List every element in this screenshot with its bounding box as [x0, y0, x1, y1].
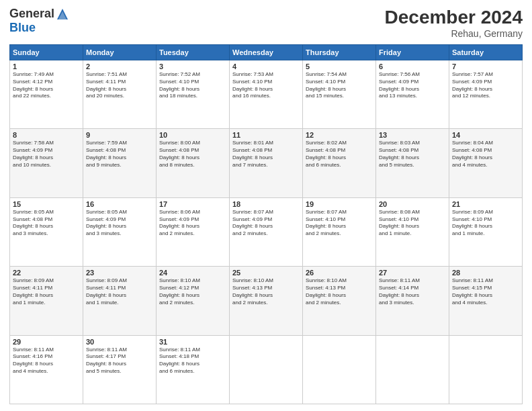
- day-info: Sunrise: 8:07 AM Sunset: 4:09 PM Dayligh…: [232, 209, 300, 238]
- day-info: Sunrise: 7:51 AM Sunset: 4:11 PM Dayligh…: [86, 71, 153, 100]
- calendar-cell: 3Sunrise: 7:52 AM Sunset: 4:10 PM Daylig…: [157, 60, 230, 129]
- day-number: 6: [379, 62, 446, 71]
- day-info: Sunrise: 8:09 AM Sunset: 4:11 PM Dayligh…: [13, 277, 80, 306]
- day-number: 14: [452, 131, 519, 139]
- day-info: Sunrise: 7:53 AM Sunset: 4:10 PM Dayligh…: [232, 71, 300, 100]
- day-number: 4: [232, 62, 300, 71]
- col-thursday: Thursday: [303, 45, 376, 60]
- day-info: Sunrise: 8:01 AM Sunset: 4:08 PM Dayligh…: [232, 140, 300, 169]
- calendar-week-row: 29Sunrise: 8:11 AM Sunset: 4:16 PM Dayli…: [10, 335, 523, 404]
- day-number: 20: [379, 200, 446, 208]
- day-number: 28: [452, 269, 519, 277]
- calendar-cell: 4Sunrise: 7:53 AM Sunset: 4:10 PM Daylig…: [230, 60, 303, 129]
- col-wednesday: Wednesday: [230, 45, 303, 60]
- calendar-cell: 22Sunrise: 8:09 AM Sunset: 4:11 PM Dayli…: [10, 267, 83, 335]
- col-saturday: Saturday: [449, 45, 523, 60]
- day-number: 30: [86, 338, 153, 346]
- day-info: Sunrise: 7:49 AM Sunset: 4:12 PM Dayligh…: [13, 71, 80, 100]
- day-info: Sunrise: 8:05 AM Sunset: 4:08 PM Dayligh…: [13, 209, 80, 238]
- day-info: Sunrise: 8:11 AM Sunset: 4:16 PM Dayligh…: [13, 347, 80, 375]
- calendar-cell: [230, 335, 303, 404]
- col-monday: Monday: [83, 45, 157, 60]
- day-info: Sunrise: 8:10 AM Sunset: 4:12 PM Dayligh…: [159, 277, 226, 306]
- day-number: 18: [232, 200, 300, 208]
- calendar-header-row: Sunday Monday Tuesday Wednesday Thursday…: [10, 45, 523, 60]
- day-number: 5: [306, 62, 373, 71]
- calendar-cell: 12Sunrise: 8:02 AM Sunset: 4:08 PM Dayli…: [303, 129, 376, 197]
- calendar-week-row: 1Sunrise: 7:49 AM Sunset: 4:12 PM Daylig…: [10, 60, 523, 129]
- logo-general-text: General: [9, 7, 54, 21]
- day-info: Sunrise: 8:11 AM Sunset: 4:17 PM Dayligh…: [86, 347, 153, 375]
- calendar-table: Sunday Monday Tuesday Wednesday Thursday…: [9, 44, 523, 404]
- day-number: 10: [159, 131, 226, 139]
- header: General Blue December 2024 Rehau, German…: [9, 7, 523, 39]
- calendar-cell: [376, 335, 449, 404]
- calendar-container: General Blue December 2024 Rehau, German…: [0, 0, 532, 411]
- calendar-cell: 29Sunrise: 8:11 AM Sunset: 4:16 PM Dayli…: [10, 335, 83, 404]
- calendar-cell: 21Sunrise: 8:09 AM Sunset: 4:10 PM Dayli…: [449, 197, 523, 266]
- calendar-cell: 11Sunrise: 8:01 AM Sunset: 4:08 PM Dayli…: [230, 129, 303, 197]
- calendar-cell: 13Sunrise: 8:03 AM Sunset: 4:08 PM Dayli…: [376, 129, 449, 197]
- calendar-cell: 2Sunrise: 7:51 AM Sunset: 4:11 PM Daylig…: [83, 60, 157, 129]
- day-info: Sunrise: 7:59 AM Sunset: 4:08 PM Dayligh…: [86, 140, 153, 169]
- calendar-cell: 6Sunrise: 7:56 AM Sunset: 4:09 PM Daylig…: [376, 60, 449, 129]
- calendar-cell: 20Sunrise: 8:08 AM Sunset: 4:10 PM Dayli…: [376, 197, 449, 266]
- col-tuesday: Tuesday: [157, 45, 230, 60]
- day-number: 27: [379, 269, 446, 277]
- day-number: 2: [86, 62, 153, 71]
- day-info: Sunrise: 8:09 AM Sunset: 4:11 PM Dayligh…: [86, 277, 153, 306]
- logo-icon: [56, 7, 69, 21]
- day-number: 26: [306, 269, 373, 277]
- day-number: 7: [452, 62, 519, 71]
- calendar-cell: 17Sunrise: 8:06 AM Sunset: 4:09 PM Dayli…: [157, 197, 230, 266]
- calendar-cell: 14Sunrise: 8:04 AM Sunset: 4:08 PM Dayli…: [449, 129, 523, 197]
- day-info: Sunrise: 8:00 AM Sunset: 4:08 PM Dayligh…: [159, 140, 226, 169]
- day-info: Sunrise: 8:03 AM Sunset: 4:08 PM Dayligh…: [379, 140, 446, 169]
- calendar-cell: 7Sunrise: 7:57 AM Sunset: 4:09 PM Daylig…: [449, 60, 523, 129]
- day-info: Sunrise: 8:09 AM Sunset: 4:10 PM Dayligh…: [452, 209, 519, 238]
- calendar-cell: 25Sunrise: 8:10 AM Sunset: 4:13 PM Dayli…: [230, 267, 303, 335]
- day-number: 21: [452, 200, 519, 208]
- day-number: 1: [13, 62, 80, 71]
- day-info: Sunrise: 8:10 AM Sunset: 4:13 PM Dayligh…: [232, 277, 300, 306]
- day-info: Sunrise: 8:11 AM Sunset: 4:15 PM Dayligh…: [452, 277, 519, 306]
- day-info: Sunrise: 8:10 AM Sunset: 4:13 PM Dayligh…: [306, 277, 373, 306]
- calendar-cell: 24Sunrise: 8:10 AM Sunset: 4:12 PM Dayli…: [157, 267, 230, 335]
- day-number: 8: [13, 131, 80, 139]
- calendar-cell: 1Sunrise: 7:49 AM Sunset: 4:12 PM Daylig…: [10, 60, 83, 129]
- calendar-cell: [303, 335, 376, 404]
- calendar-cell: 19Sunrise: 8:07 AM Sunset: 4:10 PM Dayli…: [303, 197, 376, 266]
- day-info: Sunrise: 8:08 AM Sunset: 4:10 PM Dayligh…: [379, 209, 446, 238]
- day-number: 13: [379, 131, 446, 139]
- calendar-week-row: 8Sunrise: 7:58 AM Sunset: 4:09 PM Daylig…: [10, 129, 523, 197]
- calendar-cell: 28Sunrise: 8:11 AM Sunset: 4:15 PM Dayli…: [449, 267, 523, 335]
- calendar-week-row: 15Sunrise: 8:05 AM Sunset: 4:08 PM Dayli…: [10, 197, 523, 266]
- calendar-cell: 31Sunrise: 8:11 AM Sunset: 4:18 PM Dayli…: [157, 335, 230, 404]
- month-title: December 2024: [385, 7, 523, 28]
- day-info: Sunrise: 8:02 AM Sunset: 4:08 PM Dayligh…: [306, 140, 373, 169]
- day-number: 22: [13, 269, 80, 277]
- calendar-cell: 26Sunrise: 8:10 AM Sunset: 4:13 PM Dayli…: [303, 267, 376, 335]
- col-friday: Friday: [376, 45, 449, 60]
- day-info: Sunrise: 7:52 AM Sunset: 4:10 PM Dayligh…: [159, 71, 226, 100]
- location: Rehau, Germany: [385, 28, 523, 39]
- day-number: 24: [159, 269, 226, 277]
- calendar-cell: 8Sunrise: 7:58 AM Sunset: 4:09 PM Daylig…: [10, 129, 83, 197]
- day-number: 31: [159, 338, 226, 346]
- calendar-cell: 18Sunrise: 8:07 AM Sunset: 4:09 PM Dayli…: [230, 197, 303, 266]
- calendar-cell: [449, 335, 523, 404]
- calendar-cell: 23Sunrise: 8:09 AM Sunset: 4:11 PM Dayli…: [83, 267, 157, 335]
- day-info: Sunrise: 8:04 AM Sunset: 4:08 PM Dayligh…: [452, 140, 519, 169]
- day-info: Sunrise: 7:58 AM Sunset: 4:09 PM Dayligh…: [13, 140, 80, 169]
- day-number: 17: [159, 200, 226, 208]
- calendar-cell: 9Sunrise: 7:59 AM Sunset: 4:08 PM Daylig…: [83, 129, 157, 197]
- day-info: Sunrise: 7:56 AM Sunset: 4:09 PM Dayligh…: [379, 71, 446, 100]
- day-number: 9: [86, 131, 153, 139]
- day-number: 16: [86, 200, 153, 208]
- day-number: 12: [306, 131, 373, 139]
- day-info: Sunrise: 8:06 AM Sunset: 4:09 PM Dayligh…: [159, 209, 226, 238]
- calendar-cell: 30Sunrise: 8:11 AM Sunset: 4:17 PM Dayli…: [83, 335, 157, 404]
- day-number: 25: [232, 269, 300, 277]
- logo: General Blue: [9, 7, 69, 35]
- day-info: Sunrise: 7:54 AM Sunset: 4:10 PM Dayligh…: [306, 71, 373, 100]
